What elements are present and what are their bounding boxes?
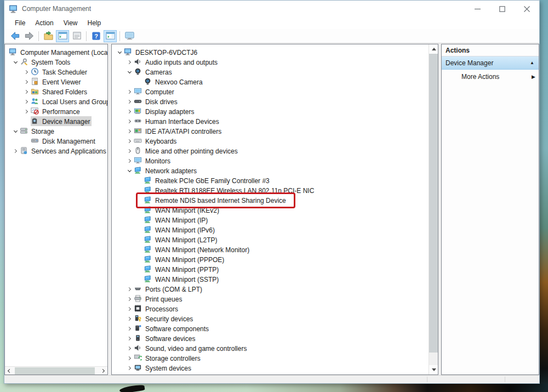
chevron-right-icon[interactable] bbox=[125, 97, 134, 106]
minimize-button[interactable] bbox=[465, 1, 490, 17]
scroll-up-icon[interactable] bbox=[429, 44, 438, 54]
tree-item-disk-management[interactable]: Disk Management bbox=[5, 136, 107, 146]
tree-item-wan-miniport-pptp[interactable]: WAN Miniport (PPTP) bbox=[112, 264, 429, 274]
tree-item-storage-controllers[interactable]: Storage controllers bbox=[112, 353, 429, 363]
tree-item-wan-miniport-ipv6[interactable]: WAN Miniport (IPv6) bbox=[112, 225, 429, 235]
chevron-right-icon[interactable] bbox=[125, 354, 134, 362]
tree-item-shared-folders[interactable]: Shared Folders bbox=[5, 87, 107, 96]
close-button[interactable] bbox=[515, 1, 539, 17]
tree-item-system-tools[interactable]: System Tools bbox=[5, 57, 107, 67]
menu-file[interactable]: File bbox=[10, 18, 30, 28]
chevron-right-icon[interactable] bbox=[22, 67, 31, 76]
chevron-right-icon[interactable] bbox=[125, 294, 134, 303]
help-button[interactable]: ? bbox=[89, 30, 102, 42]
tree-item-monitors[interactable]: Monitors bbox=[112, 156, 429, 166]
show-action-pane-button[interactable] bbox=[104, 30, 117, 42]
tree-item-services-and-applications[interactable]: Services and Applications bbox=[5, 146, 107, 156]
tree-item-software-devices[interactable]: Software devices bbox=[112, 333, 429, 343]
tree-item-wan-miniport-pppoe[interactable]: WAN Miniport (PPPOE) bbox=[112, 254, 429, 264]
maximize-button[interactable] bbox=[490, 1, 515, 17]
tree-item-wan-miniport-network-monitor[interactable]: WAN Miniport (Network Monitor) bbox=[112, 245, 429, 254]
chevron-right-icon[interactable] bbox=[22, 77, 31, 86]
tree-item-desktop-6vdctj6[interactable]: DESKTOP-6VDCTJ6 bbox=[112, 47, 429, 57]
export-list-button[interactable] bbox=[42, 30, 55, 42]
vertical-scroll-thumb[interactable] bbox=[429, 54, 438, 353]
tree-item-mice-and-other-pointing-devices[interactable]: Mice and other pointing devices bbox=[112, 146, 429, 156]
properties-button[interactable] bbox=[70, 30, 83, 42]
menu-help[interactable]: Help bbox=[83, 18, 106, 28]
tree-item-local-users-and-groups[interactable]: Local Users and Groups bbox=[5, 96, 107, 106]
tree-item-remote-ndis-based-internet-sharing-device[interactable]: Remote NDIS based Internet Sharing Devic… bbox=[112, 195, 429, 205]
actions-section-device-manager[interactable]: Device Manager ▲ bbox=[442, 56, 539, 70]
tree-item-cameras[interactable]: Cameras bbox=[112, 67, 429, 77]
tree-item-ports-com-lpt[interactable]: Ports (COM & LPT) bbox=[112, 284, 429, 294]
expand-more-actions-icon[interactable]: ▶ bbox=[532, 74, 539, 79]
tree-item-human-interface-devices[interactable]: Human Interface Devices bbox=[112, 116, 429, 126]
tree-item-print-queues[interactable]: Print queues bbox=[112, 294, 429, 304]
chevron-right-icon[interactable] bbox=[12, 146, 20, 155]
tree-item-sound-video-and-game-controllers[interactable]: Sound, video and game controllers bbox=[112, 343, 429, 353]
scroll-down-icon[interactable] bbox=[429, 365, 438, 374]
scroll-left-icon[interactable] bbox=[5, 367, 13, 375]
chevron-down-icon[interactable] bbox=[12, 58, 20, 66]
chevron-right-icon[interactable] bbox=[125, 285, 134, 293]
tree-item-storage[interactable]: Storage bbox=[5, 126, 107, 136]
tree-item-display-adapters[interactable]: Display adapters bbox=[112, 106, 429, 116]
chevron-down-icon[interactable] bbox=[125, 67, 134, 76]
forward-button[interactable] bbox=[22, 30, 36, 42]
chevron-right-icon[interactable] bbox=[125, 304, 134, 313]
tree-item-wan-miniport-ip[interactable]: WAN Miniport (IP) bbox=[112, 215, 429, 225]
tree-item-wan-miniport-ikev2[interactable]: WAN Miniport (IKEv2) bbox=[112, 205, 429, 215]
tree-item-keyboards[interactable]: Keyboards bbox=[112, 136, 429, 146]
more-actions-item[interactable]: More Actions ▶ bbox=[442, 70, 539, 83]
tree-item-realtek-pcie-gbe-family-controller-3[interactable]: Realtek PCIe GbE Family Controller #3 bbox=[112, 175, 429, 185]
tree-item-realtek-rtl8188ee-wireless-lan-802-11n-pci-e-nic[interactable]: Realtek RTL8188EE Wireless LAN 802.11n P… bbox=[112, 185, 429, 195]
tree-item-network-adapters[interactable]: Network adapters bbox=[112, 166, 429, 175]
chevron-right-icon[interactable] bbox=[125, 58, 134, 66]
tree-item-audio-inputs-and-outputs[interactable]: Audio inputs and outputs bbox=[112, 57, 429, 67]
horizontal-scrollbar[interactable] bbox=[5, 366, 107, 374]
scroll-right-icon[interactable] bbox=[99, 367, 107, 375]
tree-item-wan-miniport-sstp[interactable]: WAN Miniport (SSTP) bbox=[112, 274, 429, 284]
chevron-right-icon[interactable] bbox=[125, 137, 134, 145]
horizontal-scroll-thumb[interactable] bbox=[15, 367, 95, 374]
chevron-right-icon[interactable] bbox=[125, 127, 134, 135]
chevron-right-icon[interactable] bbox=[125, 344, 134, 353]
tree-item-disk-drives[interactable]: Disk drives bbox=[112, 96, 429, 106]
chevron-right-icon[interactable] bbox=[125, 107, 134, 116]
chevron-down-icon[interactable] bbox=[125, 166, 134, 175]
tree-item-security-devices[interactable]: Security devices bbox=[112, 314, 429, 323]
menu-view[interactable]: View bbox=[59, 18, 83, 28]
vertical-scrollbar[interactable] bbox=[429, 44, 438, 374]
chevron-down-icon[interactable] bbox=[116, 48, 124, 56]
chevron-right-icon[interactable] bbox=[125, 146, 134, 155]
tree-item-computer[interactable]: Computer bbox=[112, 87, 429, 96]
tree-item-task-scheduler[interactable]: Task Scheduler bbox=[5, 67, 107, 77]
show-console-tree-button[interactable] bbox=[56, 30, 69, 42]
back-button[interactable] bbox=[8, 30, 21, 42]
chevron-right-icon[interactable] bbox=[125, 117, 134, 126]
remote-connection-button[interactable] bbox=[123, 30, 136, 42]
tree-item-computer-management-local[interactable]: Computer Management (Local bbox=[5, 47, 107, 57]
chevron-down-icon[interactable] bbox=[12, 127, 20, 135]
chevron-right-icon[interactable] bbox=[125, 334, 134, 343]
tree-item-event-viewer[interactable]: Event Viewer bbox=[5, 77, 107, 87]
tree-item-ide-ata-atapi-controllers[interactable]: IDE ATA/ATAPI controllers bbox=[112, 126, 429, 136]
tree-item-software-components[interactable]: Software components bbox=[112, 323, 429, 333]
chevron-right-icon[interactable] bbox=[22, 87, 31, 96]
chevron-right-icon[interactable] bbox=[22, 107, 31, 116]
chevron-right-icon[interactable] bbox=[125, 324, 134, 333]
tree-item-system-devices[interactable]: System devices bbox=[112, 363, 429, 373]
tree-item-nexvoo-camera[interactable]: Nexvoo Camera bbox=[112, 77, 429, 87]
menu-action[interactable]: Action bbox=[30, 18, 58, 28]
tree-item-wan-miniport-l2tp[interactable]: WAN Miniport (L2TP) bbox=[112, 235, 429, 245]
tree-item-processors[interactable]: Processors bbox=[112, 304, 429, 314]
chevron-right-icon[interactable] bbox=[125, 87, 134, 96]
chevron-right-icon[interactable] bbox=[125, 156, 134, 165]
chevron-right-icon[interactable] bbox=[125, 363, 134, 372]
chevron-right-icon[interactable] bbox=[22, 97, 31, 106]
tree-item-performance[interactable]: Performance bbox=[5, 106, 107, 116]
collapse-section-icon[interactable]: ▲ bbox=[530, 60, 539, 65]
tree-item-device-manager[interactable]: Device Manager bbox=[5, 116, 107, 126]
chevron-right-icon[interactable] bbox=[125, 314, 134, 323]
